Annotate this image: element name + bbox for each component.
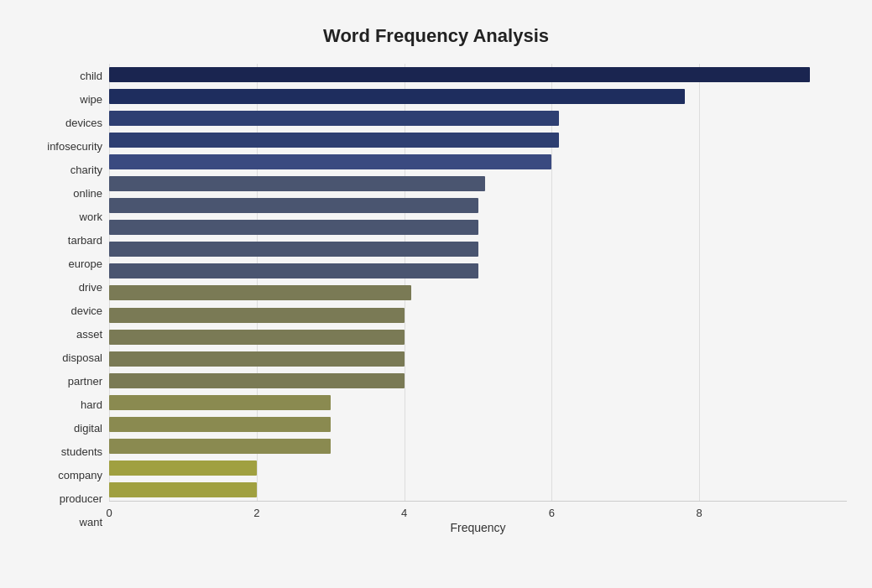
bar-row — [109, 306, 847, 325]
bar-row — [109, 372, 847, 390]
chart-area: childwipedevicesinfosecuritycharityonlin… — [25, 64, 847, 534]
y-label: want — [80, 513, 102, 532]
bars-inner — [109, 64, 847, 501]
y-label: online — [73, 184, 102, 202]
y-label: tarbard — [68, 231, 102, 249]
bar-row — [109, 481, 847, 499]
y-label: device — [70, 301, 102, 320]
chart-container: Word Frequency Analysis childwipedevices… — [8, 8, 864, 588]
bar-row — [109, 87, 847, 106]
bar — [109, 111, 559, 126]
x-tick: 6 — [549, 507, 555, 519]
x-axis-label: Frequency — [109, 521, 847, 534]
bar — [109, 176, 485, 191]
y-label: drive — [79, 278, 102, 296]
bar-row — [109, 284, 847, 302]
bar-row — [109, 437, 847, 455]
y-axis: childwipedevicesinfosecuritycharityonlin… — [25, 64, 109, 534]
bar — [109, 330, 405, 345]
bar — [109, 439, 331, 454]
bar — [109, 285, 411, 300]
bar-row — [109, 109, 847, 127]
x-tick: 8 — [697, 507, 702, 519]
bar — [109, 67, 810, 82]
y-label: disposal — [62, 349, 102, 367]
y-label: devices — [65, 113, 102, 132]
bar — [109, 89, 685, 104]
bar-row — [109, 153, 847, 171]
bar — [109, 482, 257, 497]
bar — [109, 263, 478, 278]
bar-row — [109, 131, 847, 149]
x-tick: 0 — [106, 507, 112, 519]
y-label: students — [61, 443, 102, 461]
y-label: work — [80, 207, 102, 226]
y-label: digital — [74, 419, 102, 438]
bar — [109, 351, 405, 367]
y-label: producer — [60, 490, 102, 508]
bar — [109, 308, 405, 323]
bar — [109, 133, 559, 148]
bar — [109, 417, 331, 432]
x-tick: 4 — [401, 507, 407, 519]
y-label: child — [80, 66, 102, 85]
x-tick: 2 — [253, 507, 259, 519]
bar-row — [109, 415, 847, 434]
bar-row — [109, 218, 847, 237]
y-label: europe — [69, 254, 102, 273]
bar-row — [109, 65, 847, 84]
y-label: hard — [81, 396, 102, 414]
y-label: asset — [76, 325, 102, 344]
bar-row — [109, 174, 847, 193]
bar-row — [109, 459, 847, 477]
bar — [109, 220, 478, 235]
bar — [109, 395, 331, 410]
chart-title: Word Frequency Analysis — [25, 25, 847, 47]
y-label: infosecurity — [47, 137, 102, 155]
bar-row — [109, 393, 847, 412]
bars-and-xaxis: Frequency 02468 — [109, 64, 847, 534]
bar-row — [109, 240, 847, 258]
bar-row — [109, 196, 847, 215]
bar — [109, 461, 257, 476]
bar-row — [109, 262, 847, 280]
bar — [109, 198, 478, 213]
x-axis: Frequency 02468 — [109, 501, 847, 534]
y-label: company — [58, 466, 102, 485]
y-label: partner — [68, 372, 102, 391]
bar-row — [109, 350, 847, 368]
bar-row — [109, 328, 847, 346]
bars-area — [109, 64, 847, 501]
bar — [109, 373, 405, 388]
bar — [109, 242, 478, 257]
y-label: wipe — [80, 90, 102, 108]
y-label: charity — [70, 160, 102, 179]
bar — [109, 154, 551, 169]
